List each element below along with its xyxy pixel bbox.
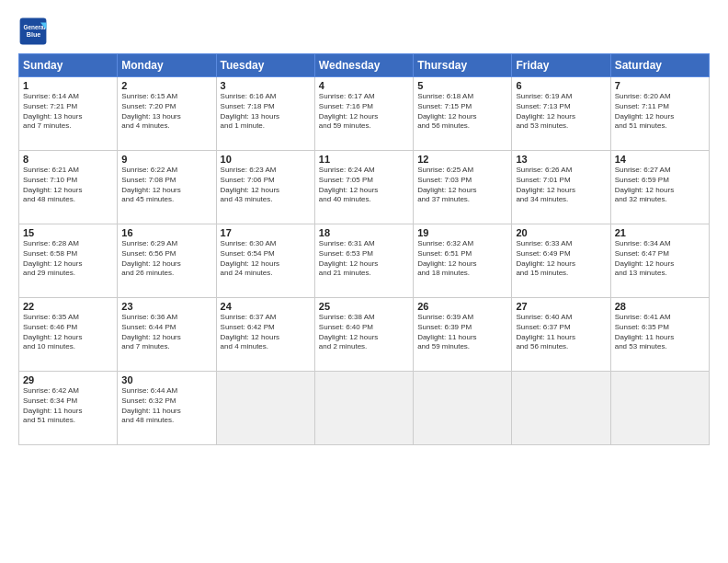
day-number: 25 bbox=[319, 301, 409, 312]
day-number: 14 bbox=[615, 154, 705, 165]
day-info: Sunrise: 6:21 AM Sunset: 7:10 PM Dayligh… bbox=[23, 166, 113, 205]
calendar-cell: 20Sunrise: 6:33 AM Sunset: 6:49 PM Dayli… bbox=[512, 224, 610, 298]
day-number: 26 bbox=[417, 301, 507, 312]
day-info: Sunrise: 6:31 AM Sunset: 6:53 PM Dayligh… bbox=[319, 239, 409, 279]
header-thursday: Thursday bbox=[414, 54, 512, 77]
calendar-cell: 24Sunrise: 6:37 AM Sunset: 6:42 PM Dayli… bbox=[216, 298, 314, 372]
calendar-cell: 22Sunrise: 6:35 AM Sunset: 6:46 PM Dayli… bbox=[19, 298, 118, 372]
calendar-cell: 30Sunrise: 6:44 AM Sunset: 6:32 PM Dayli… bbox=[118, 372, 216, 445]
header-friday: Friday bbox=[512, 54, 610, 77]
calendar-cell bbox=[314, 372, 413, 445]
day-info: Sunrise: 6:42 AM Sunset: 6:34 PM Dayligh… bbox=[23, 386, 113, 426]
day-number: 7 bbox=[615, 80, 705, 91]
day-number: 11 bbox=[319, 154, 409, 165]
calendar-cell: 27Sunrise: 6:40 AM Sunset: 6:37 PM Dayli… bbox=[512, 298, 610, 372]
header-wednesday: Wednesday bbox=[314, 54, 413, 77]
day-number: 8 bbox=[23, 154, 113, 165]
calendar-week-3: 15Sunrise: 6:28 AM Sunset: 6:58 PM Dayli… bbox=[19, 224, 710, 298]
calendar-cell: 26Sunrise: 6:39 AM Sunset: 6:39 PM Dayli… bbox=[414, 298, 512, 372]
day-number: 24 bbox=[221, 301, 311, 312]
calendar-cell: 11Sunrise: 6:24 AM Sunset: 7:05 PM Dayli… bbox=[314, 151, 413, 224]
calendar-header-row: SundayMondayTuesdayWednesdayThursdayFrid… bbox=[19, 54, 710, 77]
calendar-cell: 10Sunrise: 6:23 AM Sunset: 7:06 PM Dayli… bbox=[216, 151, 314, 224]
calendar-cell: 21Sunrise: 6:34 AM Sunset: 6:47 PM Dayli… bbox=[610, 224, 709, 298]
calendar-cell bbox=[216, 372, 314, 445]
day-info: Sunrise: 6:28 AM Sunset: 6:58 PM Dayligh… bbox=[23, 239, 113, 279]
header-saturday: Saturday bbox=[610, 54, 709, 77]
day-number: 27 bbox=[516, 301, 606, 312]
calendar-cell bbox=[512, 372, 610, 445]
day-info: Sunrise: 6:32 AM Sunset: 6:51 PM Dayligh… bbox=[417, 239, 507, 279]
logo: General Blue bbox=[18, 17, 51, 46]
day-number: 20 bbox=[516, 227, 606, 238]
calendar-table: SundayMondayTuesdayWednesdayThursdayFrid… bbox=[18, 53, 710, 445]
day-info: Sunrise: 6:22 AM Sunset: 7:08 PM Dayligh… bbox=[121, 166, 211, 205]
calendar-cell: 29Sunrise: 6:42 AM Sunset: 6:34 PM Dayli… bbox=[19, 372, 118, 445]
calendar-cell: 18Sunrise: 6:31 AM Sunset: 6:53 PM Dayli… bbox=[314, 224, 413, 298]
day-number: 28 bbox=[615, 301, 705, 312]
calendar-cell: 13Sunrise: 6:26 AM Sunset: 7:01 PM Dayli… bbox=[512, 151, 610, 224]
day-number: 6 bbox=[516, 80, 606, 91]
calendar-cell: 8Sunrise: 6:21 AM Sunset: 7:10 PM Daylig… bbox=[19, 151, 118, 224]
calendar-cell: 2Sunrise: 6:15 AM Sunset: 7:20 PM Daylig… bbox=[118, 77, 216, 151]
day-info: Sunrise: 6:41 AM Sunset: 6:35 PM Dayligh… bbox=[615, 313, 705, 352]
header-sunday: Sunday bbox=[19, 54, 118, 77]
calendar-cell: 25Sunrise: 6:38 AM Sunset: 6:40 PM Dayli… bbox=[314, 298, 413, 372]
calendar-week-4: 22Sunrise: 6:35 AM Sunset: 6:46 PM Dayli… bbox=[19, 298, 710, 372]
day-number: 15 bbox=[23, 227, 113, 238]
day-info: Sunrise: 6:36 AM Sunset: 6:44 PM Dayligh… bbox=[121, 313, 211, 352]
header-area: General Blue bbox=[18, 17, 710, 46]
day-info: Sunrise: 6:25 AM Sunset: 7:03 PM Dayligh… bbox=[417, 166, 507, 205]
day-info: Sunrise: 6:35 AM Sunset: 6:46 PM Dayligh… bbox=[23, 313, 113, 352]
calendar-week-1: 1Sunrise: 6:14 AM Sunset: 7:21 PM Daylig… bbox=[19, 77, 710, 151]
calendar-cell: 28Sunrise: 6:41 AM Sunset: 6:35 PM Dayli… bbox=[610, 298, 709, 372]
svg-text:Blue: Blue bbox=[27, 30, 41, 39]
day-info: Sunrise: 6:38 AM Sunset: 6:40 PM Dayligh… bbox=[319, 313, 409, 352]
header-tuesday: Tuesday bbox=[216, 54, 314, 77]
day-info: Sunrise: 6:34 AM Sunset: 6:47 PM Dayligh… bbox=[615, 239, 705, 279]
calendar-cell: 23Sunrise: 6:36 AM Sunset: 6:44 PM Dayli… bbox=[118, 298, 216, 372]
calendar-cell: 5Sunrise: 6:18 AM Sunset: 7:15 PM Daylig… bbox=[414, 77, 512, 151]
calendar-cell bbox=[414, 372, 512, 445]
day-number: 12 bbox=[417, 154, 507, 165]
calendar-cell: 1Sunrise: 6:14 AM Sunset: 7:21 PM Daylig… bbox=[19, 77, 118, 151]
day-info: Sunrise: 6:26 AM Sunset: 7:01 PM Dayligh… bbox=[516, 166, 606, 205]
day-number: 17 bbox=[221, 227, 311, 238]
day-number: 22 bbox=[23, 301, 113, 312]
day-info: Sunrise: 6:16 AM Sunset: 7:18 PM Dayligh… bbox=[221, 92, 311, 132]
day-number: 5 bbox=[417, 80, 507, 91]
day-info: Sunrise: 6:17 AM Sunset: 7:16 PM Dayligh… bbox=[319, 92, 409, 132]
day-number: 18 bbox=[319, 227, 409, 238]
calendar-cell: 14Sunrise: 6:27 AM Sunset: 6:59 PM Dayli… bbox=[610, 151, 709, 224]
day-number: 21 bbox=[615, 227, 705, 238]
day-info: Sunrise: 6:44 AM Sunset: 6:32 PM Dayligh… bbox=[121, 386, 211, 426]
day-info: Sunrise: 6:24 AM Sunset: 7:05 PM Dayligh… bbox=[319, 166, 409, 205]
day-info: Sunrise: 6:23 AM Sunset: 7:06 PM Dayligh… bbox=[221, 166, 311, 205]
calendar-week-5: 29Sunrise: 6:42 AM Sunset: 6:34 PM Dayli… bbox=[19, 372, 710, 445]
day-info: Sunrise: 6:20 AM Sunset: 7:11 PM Dayligh… bbox=[615, 92, 705, 132]
calendar-week-2: 8Sunrise: 6:21 AM Sunset: 7:10 PM Daylig… bbox=[19, 151, 710, 224]
logo-icon: General Blue bbox=[18, 17, 48, 46]
calendar-cell: 16Sunrise: 6:29 AM Sunset: 6:56 PM Dayli… bbox=[118, 224, 216, 298]
day-info: Sunrise: 6:18 AM Sunset: 7:15 PM Dayligh… bbox=[417, 92, 507, 132]
day-number: 30 bbox=[121, 374, 211, 385]
calendar-cell: 4Sunrise: 6:17 AM Sunset: 7:16 PM Daylig… bbox=[314, 77, 413, 151]
page: General Blue SundayMondayTuesdayWednesda… bbox=[0, 0, 728, 563]
day-info: Sunrise: 6:39 AM Sunset: 6:39 PM Dayligh… bbox=[417, 313, 507, 352]
calendar-cell: 6Sunrise: 6:19 AM Sunset: 7:13 PM Daylig… bbox=[512, 77, 610, 151]
day-info: Sunrise: 6:30 AM Sunset: 6:54 PM Dayligh… bbox=[221, 239, 311, 279]
calendar-cell bbox=[610, 372, 709, 445]
day-info: Sunrise: 6:29 AM Sunset: 6:56 PM Dayligh… bbox=[121, 239, 211, 279]
calendar-cell: 12Sunrise: 6:25 AM Sunset: 7:03 PM Dayli… bbox=[414, 151, 512, 224]
day-number: 29 bbox=[23, 374, 113, 385]
day-info: Sunrise: 6:40 AM Sunset: 6:37 PM Dayligh… bbox=[516, 313, 606, 352]
day-number: 16 bbox=[121, 227, 211, 238]
calendar-cell: 17Sunrise: 6:30 AM Sunset: 6:54 PM Dayli… bbox=[216, 224, 314, 298]
day-info: Sunrise: 6:19 AM Sunset: 7:13 PM Dayligh… bbox=[516, 92, 606, 132]
day-number: 10 bbox=[221, 154, 311, 165]
day-number: 3 bbox=[221, 80, 311, 91]
day-number: 2 bbox=[121, 80, 211, 91]
svg-text:General: General bbox=[24, 24, 46, 30]
day-number: 23 bbox=[121, 301, 211, 312]
day-info: Sunrise: 6:27 AM Sunset: 6:59 PM Dayligh… bbox=[615, 166, 705, 205]
